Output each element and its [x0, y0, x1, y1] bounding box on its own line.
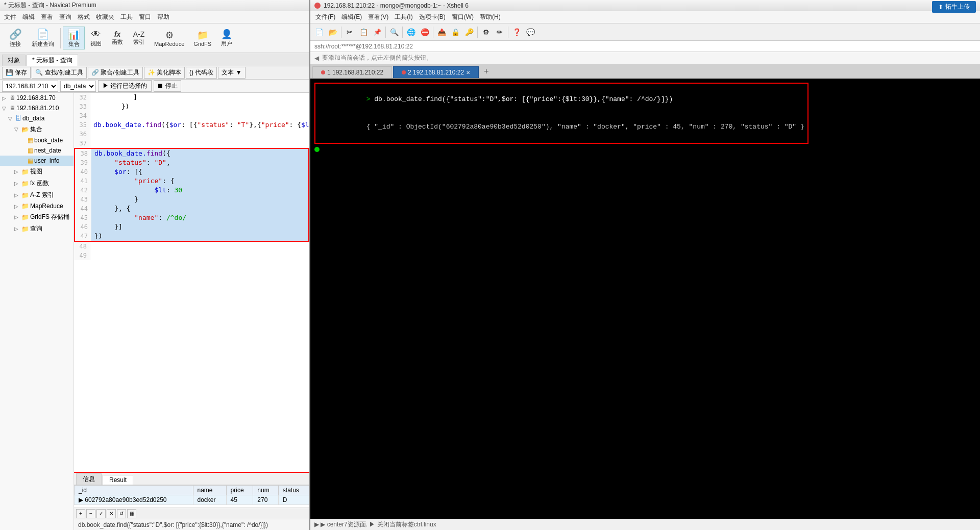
xshell-tool-paste[interactable]: 📌	[371, 26, 384, 39]
sidebar-item-nest-date[interactable]: ▦ nest_date	[0, 145, 74, 156]
xshell-menu-tabs[interactable]: 选项卡(B)	[416, 12, 449, 22]
new-query-button[interactable]: 📄 新建查询	[28, 27, 58, 49]
sidebar-item-mapreduce-folder[interactable]: ▷ 📁 MapReduce	[0, 201, 74, 211]
query-toolbar: 💾 保存 🔍 查找/创建工具 🔗 聚合/创建工具 ✨ 美化脚本 () 代码段 文…	[0, 66, 309, 80]
mapreduce-button[interactable]: ⚙ MapReduce	[150, 29, 188, 48]
upload-button-area: ⬆ 拓牛上传	[932, 1, 976, 13]
xshell-tool-tunnel[interactable]: 🔒	[449, 26, 462, 39]
xshell-tool-key[interactable]: 🔑	[462, 26, 476, 39]
add-record-button[interactable]: +	[76, 509, 85, 518]
cell-num: 270	[253, 495, 278, 505]
xshell-tab-add[interactable]: +	[480, 65, 493, 78]
sidebar-item-function-folder[interactable]: ▷ 📁 fx 函数	[0, 178, 74, 189]
sidebar-item-192-168-81-70[interactable]: ▷ 🖥 192.168.81.70	[0, 93, 74, 103]
upload-button[interactable]: ⬆ 拓牛上传	[932, 1, 976, 13]
menu-view[interactable]: 查看	[38, 12, 56, 22]
sidebar-item-book-date[interactable]: ▦ book_date	[0, 135, 74, 145]
code-editor[interactable]: 32 ] 33 }) 34 35	[74, 93, 309, 472]
xshell-terminal[interactable]: > db.book_date.find({"status":"D",$or: […	[310, 79, 980, 519]
xshell-menu-edit[interactable]: 编辑(E)	[338, 12, 365, 22]
refresh-button[interactable]: ↺	[117, 509, 126, 518]
aggregate-create-button[interactable]: 🔗 聚合/创建工具	[88, 67, 143, 79]
xshell-tool-disconnect[interactable]: ⛔	[418, 26, 431, 39]
col-id: _id	[75, 486, 193, 495]
object-tab-bar: 对象 * 无标题 - 查询	[0, 53, 309, 66]
menu-window[interactable]: 窗口	[136, 12, 154, 22]
find-create-button[interactable]: 🔍 查找/创建工具	[32, 67, 87, 79]
menu-edit[interactable]: 编辑	[19, 12, 38, 22]
xshell-menu-view[interactable]: 查看(V)	[365, 12, 391, 22]
code-line-39: 39 "status": "D",	[75, 158, 308, 167]
code-line-36: 36	[74, 130, 309, 139]
menu-format[interactable]: 格式	[75, 12, 93, 22]
view-button[interactable]: 👁 视图	[86, 28, 106, 48]
query-editor-area: 32 ] 33 }) 34 35	[74, 93, 309, 530]
xshell-menu-file[interactable]: 文件(F)	[312, 12, 338, 22]
xshell-tool-settings[interactable]: ⚙	[479, 26, 493, 39]
xshell-tool-help[interactable]: ❓	[510, 26, 523, 39]
grid-button[interactable]: ▦	[127, 509, 136, 518]
sidebar-item-query-folder[interactable]: ▷ 📁 查询	[0, 223, 74, 235]
xshell-tab-1[interactable]: 1 192.168.81.210:22	[312, 66, 392, 78]
xshell-addr-bar: ssh://root:******@192.168.81.210:22	[310, 41, 980, 52]
collection-button[interactable]: 📊 集合	[63, 27, 85, 49]
text-button[interactable]: 文本 ▼	[218, 67, 245, 79]
xshell-toolbar: 📄 📂 ✂ 📋 📌 🔍 🌐 ⛔ 📤 🔒 🔑 ⚙ ✏ ❓	[310, 23, 980, 41]
beautify-button[interactable]: ✨ 美化脚本	[144, 67, 185, 79]
sidebar-item-192-168-81-210[interactable]: ▽ 🖥 192.168.81.210	[0, 103, 74, 113]
code-line-38: 38 db.book_date.find({	[75, 149, 308, 158]
xshell-tab-2[interactable]: 2 192.168.81.210:22 ✕	[393, 66, 479, 78]
xshell-tool-connect[interactable]: 🌐	[404, 26, 418, 39]
sidebar-item-gridfs-folder[interactable]: ▷ 📁 GridFS 存储桶	[0, 211, 74, 223]
sidebar-item-user-info[interactable]: ▦ user_info	[0, 156, 74, 166]
menu-favorites[interactable]: 收藏夹	[93, 12, 117, 22]
xshell-hint-left-arrow: ◀	[314, 55, 319, 62]
stop-button[interactable]: ⏹ 停止	[154, 80, 181, 92]
xshell-tool-cut[interactable]: ✂	[343, 26, 356, 39]
menu-tools[interactable]: 工具	[117, 12, 136, 22]
save-button[interactable]: 💾 保存	[2, 67, 31, 79]
tab2-close[interactable]: ✕	[466, 70, 470, 75]
connect-button[interactable]: 🔗 连接	[4, 27, 27, 49]
table-row[interactable]: ▶ 602792a80ae90b3ed52d0250 docker 45 270…	[75, 495, 309, 505]
xshell-tool-sftp[interactable]: 📤	[435, 26, 448, 39]
sidebar-item-collection-folder[interactable]: ▽ 📂 集合	[0, 123, 74, 135]
result-tab-info[interactable]: 信息	[76, 473, 102, 485]
server-select[interactable]: 192.168.81.210	[2, 81, 58, 92]
result-table: _id name price num status ▶	[74, 485, 309, 505]
navicat-bottom-toolbar: + − ✓ ✕ ↺ ▦	[74, 508, 309, 519]
user-button[interactable]: 👤 用户	[216, 28, 237, 48]
xshell-menu-tools[interactable]: 工具(I)	[391, 12, 415, 22]
xshell-tool-copy[interactable]: 📋	[357, 26, 370, 39]
sidebar-item-index-folder[interactable]: ▷ 📁 A-Z 索引	[0, 189, 74, 201]
sidebar-tree: ▷ 🖥 192.168.81.70 ▽ 🖥 192.168.81.210 ▽ 🗄…	[0, 93, 74, 530]
xshell-tool-search[interactable]: 🔍	[387, 26, 401, 39]
xshell-tool-chat[interactable]: 💬	[524, 26, 537, 39]
xshell-tool-open[interactable]: 📂	[326, 26, 339, 39]
xshell-statusbar: ▶ ▶ center7资源面. ▶ 关闭当前标签ctrl.linux	[310, 519, 980, 530]
menu-file[interactable]: 文件	[1, 12, 19, 22]
object-tab[interactable]: 对象	[2, 55, 26, 66]
check-button[interactable]: ✓	[96, 509, 106, 518]
gridfs-button[interactable]: 📁 GridFS	[189, 29, 215, 48]
run-selected-button[interactable]: ▶ 运行已选择的	[98, 80, 152, 92]
result-tab-result[interactable]: Result	[103, 475, 133, 485]
x-button[interactable]: ✕	[107, 509, 116, 518]
query-tab[interactable]: * 无标题 - 查询	[27, 55, 78, 66]
menu-help[interactable]: 帮助	[154, 12, 173, 22]
xshell-tool-new[interactable]: 📄	[312, 26, 326, 39]
minus-button[interactable]: −	[86, 509, 95, 518]
statusbar-text: db.book_date.find({"status":"D",$or: [{"…	[78, 521, 268, 528]
sidebar-item-db-data[interactable]: ▽ 🗄 db_data	[0, 113, 74, 123]
function-button[interactable]: fx 函数	[107, 29, 128, 47]
terminal-cmd-line: > db.book_date.find({"status":"D",$or: […	[318, 86, 804, 113]
sidebar-item-view-folder[interactable]: ▷ 📁 视图	[0, 166, 74, 178]
index-button[interactable]: A-Z 索引	[129, 29, 149, 47]
xshell-menu-window[interactable]: 窗口(W)	[449, 12, 477, 22]
navicat-statusbar: db.book_date.find({"status":"D",$or: [{"…	[74, 519, 309, 530]
db-select[interactable]: db_data	[60, 81, 96, 92]
code-segment-button[interactable]: () 代码段	[186, 67, 217, 79]
menu-query[interactable]: 查询	[56, 12, 75, 22]
xshell-menu-help[interactable]: 帮助(H)	[477, 12, 504, 22]
xshell-tool-compose[interactable]: ✏	[493, 26, 506, 39]
